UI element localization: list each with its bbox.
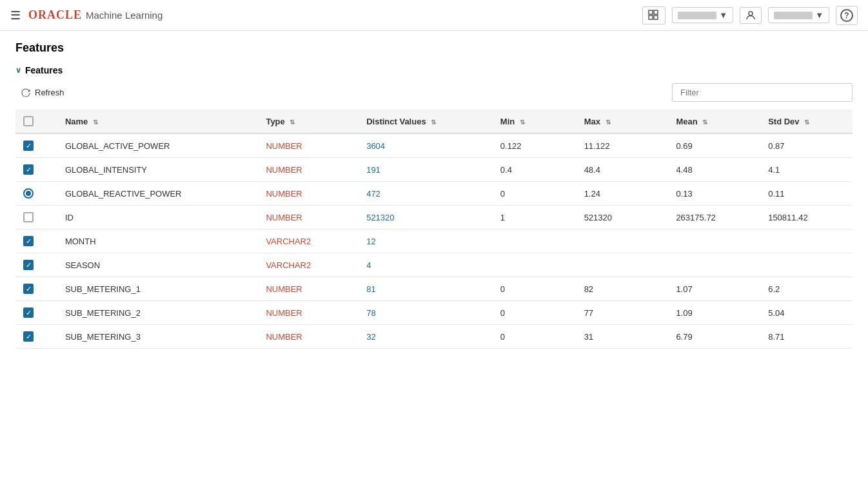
- checkbox-checked-icon[interactable]: ✓: [23, 331, 34, 342]
- col-header-checkbox[interactable]: [15, 110, 57, 133]
- refresh-button[interactable]: Refresh: [15, 85, 70, 101]
- user-icon: [745, 10, 756, 21]
- row-0-std-dev: 0.87: [760, 133, 853, 158]
- row-8-min: 0: [493, 325, 577, 349]
- row-6-type: NUMBER: [258, 277, 359, 301]
- page-title: Features: [15, 41, 853, 55]
- row-5-type: VARCHAR2: [258, 253, 359, 277]
- row-0-type: NUMBER: [258, 133, 359, 158]
- help-icon: ?: [840, 9, 853, 22]
- svg-point-4: [749, 12, 753, 15]
- row-1-distinct-values: 191: [359, 158, 493, 182]
- row-6-distinct-values: 81: [359, 277, 493, 301]
- table-row: ✓GLOBAL_ACTIVE_POWERNUMBER36040.12211.12…: [15, 133, 853, 158]
- features-section-header[interactable]: ∨ Features: [15, 65, 853, 75]
- checkbox-unchecked-icon[interactable]: [23, 212, 34, 222]
- row-2-name: GLOBAL_REACTIVE_POWER: [57, 182, 259, 206]
- row-4-distinct-values: 12: [359, 229, 493, 253]
- header-right: ▼ ▼ ?: [642, 6, 858, 25]
- header-left: ☰ ORACLE Machine Learning: [10, 8, 642, 23]
- col-header-mean[interactable]: Mean ⇅: [668, 110, 760, 133]
- row-7-checkbox-cell[interactable]: ✓: [15, 301, 57, 325]
- features-table: Name ⇅ Type ⇅ Distinct Values ⇅ Min ⇅ Ma…: [15, 110, 853, 349]
- row-5-std-dev: [760, 253, 853, 277]
- col-header-max[interactable]: Max ⇅: [577, 110, 669, 133]
- row-3-checkbox-cell[interactable]: [15, 206, 57, 229]
- table-row: GLOBAL_REACTIVE_POWERNUMBER47201.240.130…: [15, 182, 853, 206]
- checkbox-checked-icon[interactable]: ✓: [23, 236, 34, 246]
- row-2-min: 0: [493, 182, 577, 206]
- row-3-mean: 263175.72: [668, 206, 760, 229]
- row-5-mean: [668, 253, 760, 277]
- refresh-icon: [21, 88, 31, 98]
- row-8-max: 31: [577, 325, 669, 349]
- filter-input[interactable]: [672, 83, 853, 102]
- svg-rect-3: [654, 15, 658, 19]
- table-row: ✓MONTHVARCHAR212: [15, 229, 853, 253]
- row-4-checkbox-cell[interactable]: ✓: [15, 229, 57, 253]
- col-header-name[interactable]: Name ⇅: [57, 110, 259, 133]
- user-button[interactable]: [740, 7, 762, 24]
- col-header-min[interactable]: Min ⇅: [493, 110, 577, 133]
- row-1-name: GLOBAL_INTENSITY: [57, 158, 259, 182]
- user-name-selector[interactable]: ▼: [768, 7, 829, 23]
- table-header: Name ⇅ Type ⇅ Distinct Values ⇅ Min ⇅ Ma…: [15, 110, 853, 133]
- row-1-min: 0.4: [493, 158, 577, 182]
- row-2-std-dev: 0.11: [760, 182, 853, 206]
- row-8-checkbox-cell[interactable]: ✓: [15, 325, 57, 349]
- table-row: ✓SUB_METERING_3NUMBER320316.798.71: [15, 325, 853, 349]
- stddev-sort-icon: ⇅: [804, 119, 809, 126]
- checkbox-checked-icon[interactable]: ✓: [23, 164, 34, 175]
- max-sort-icon: ⇅: [606, 119, 611, 126]
- checkbox-checked-icon[interactable]: ✓: [23, 141, 34, 151]
- distinct-sort-icon: ⇅: [431, 119, 436, 126]
- row-8-distinct-values: 32: [359, 325, 493, 349]
- checkbox-checked-icon[interactable]: ✓: [23, 260, 34, 270]
- checkbox-checked-icon[interactable]: ✓: [23, 307, 34, 318]
- row-5-min: [493, 253, 577, 277]
- grid-button[interactable]: [642, 6, 666, 24]
- header-checkbox[interactable]: [23, 116, 34, 126]
- table-row: ✓SEASONVARCHAR24: [15, 253, 853, 277]
- row-6-checkbox-cell[interactable]: ✓: [15, 277, 57, 301]
- min-sort-icon: ⇅: [520, 119, 525, 126]
- row-1-max: 48.4: [577, 158, 669, 182]
- row-5-checkbox-cell[interactable]: ✓: [15, 253, 57, 277]
- type-sort-icon: ⇅: [290, 119, 295, 126]
- row-0-name: GLOBAL_ACTIVE_POWER: [57, 133, 259, 158]
- row-4-type: VARCHAR2: [258, 229, 359, 253]
- row-1-std-dev: 4.1: [760, 158, 853, 182]
- row-6-name: SUB_METERING_1: [57, 277, 259, 301]
- checkbox-checked-icon[interactable]: ✓: [23, 284, 34, 294]
- col-header-distinct-values[interactable]: Distinct Values ⇅: [359, 110, 493, 133]
- row-4-name: MONTH: [57, 229, 259, 253]
- row-0-checkbox-cell[interactable]: ✓: [15, 133, 57, 158]
- header-row: Name ⇅ Type ⇅ Distinct Values ⇅ Min ⇅ Ma…: [15, 110, 853, 133]
- help-button[interactable]: ?: [836, 6, 858, 25]
- hamburger-menu-icon[interactable]: ☰: [10, 8, 21, 23]
- checkbox-target-icon[interactable]: [23, 188, 34, 199]
- row-0-distinct-values: 3604: [359, 133, 493, 158]
- col-header-std-dev[interactable]: Std Dev ⇅: [760, 110, 853, 133]
- row-5-max: [577, 253, 669, 277]
- svg-rect-0: [649, 10, 653, 14]
- row-2-type: NUMBER: [258, 182, 359, 206]
- row-5-name: SEASON: [57, 253, 259, 277]
- oracle-brand-text: ORACLE: [28, 8, 82, 22]
- col-header-type[interactable]: Type ⇅: [258, 110, 359, 133]
- row-4-mean: [668, 229, 760, 253]
- workspace-dropdown-arrow: ▼: [719, 10, 727, 20]
- row-2-checkbox-cell[interactable]: [15, 182, 57, 206]
- oracle-logo: ORACLE Machine Learning: [28, 8, 163, 22]
- row-1-checkbox-cell[interactable]: ✓: [15, 158, 57, 182]
- workspace-selector[interactable]: ▼: [672, 7, 733, 23]
- row-2-mean: 0.13: [668, 182, 760, 206]
- row-1-mean: 4.48: [668, 158, 760, 182]
- row-6-mean: 1.07: [668, 277, 760, 301]
- row-0-mean: 0.69: [668, 133, 760, 158]
- row-7-name: SUB_METERING_2: [57, 301, 259, 325]
- user-dropdown-arrow: ▼: [815, 10, 824, 20]
- name-sort-icon: ⇅: [93, 119, 98, 126]
- row-7-min: 0: [493, 301, 577, 325]
- row-2-max: 1.24: [577, 182, 669, 206]
